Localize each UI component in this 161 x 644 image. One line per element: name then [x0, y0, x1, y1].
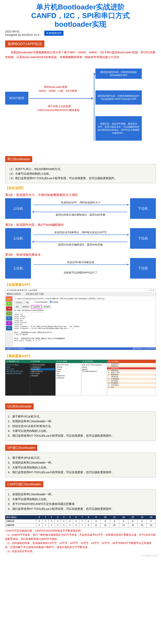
step3-done: 目标板可以加载到APP运行了: [34, 271, 127, 274]
step2-send: 发送同步信号$来同步，同时每次发送224字节: [34, 231, 127, 234]
canfd-p4: 4、我们这里使用H7-TOOL的Lua小程序实现，可以在线更新，也可以脱机更新固…: [8, 506, 153, 511]
autowrap-check[interactable]: 打印文本自动换行: [33, 301, 48, 304]
user-media-label: USB/CAN/232/485/SPI/I2C/网络更新: [37, 108, 80, 112]
uart-point-3: （3）我们这里使用H7-TOOL的Lua小程序实现，可以在线更新，也可以脱机更新…: [8, 176, 153, 180]
step3-send: 发送信号#表示传输完成: [34, 260, 127, 264]
step2-title: 第2步：发送固件内容，执行Flash编程操作: [5, 223, 156, 227]
file-mgr-button[interactable]: 文件管理: [42, 305, 51, 308]
meta-author: Designed by eric2013 V1.0: [5, 33, 39, 36]
device-box-3: 下位机: [130, 258, 156, 278]
final-0: CANFD不定长接收问题，CANFD/CAN支持的收发字节数是固定的:: [5, 528, 156, 533]
device-box-2: 下位机: [130, 228, 156, 249]
host-box-3: 上位机: [5, 258, 31, 278]
log-header: H7-TOOL 串口单机bootLoader程序更新 -------------…: [14, 310, 154, 314]
offline-screenshot: 01 联机模式 # 01 2022-07-01 星期五 02:36 PAC:0.…: [5, 360, 156, 396]
window-controls[interactable]: — ☐ ✕: [148, 289, 154, 292]
step2-recv: 返回0x30表示编程成功，返回0x60失败: [34, 243, 127, 246]
download-button[interactable]: 下载: [24, 301, 30, 304]
menu-items[interactable]: 帮助(H) 工具栏(T): [7, 293, 21, 295]
i2c-p2: 2、实现协议和串口bootloader一样。: [8, 419, 153, 424]
save-lua-button[interactable]: 保持到lua: [21, 305, 31, 308]
section-uart: 串口Bootloader: [5, 156, 32, 162]
arrow-main: [30, 98, 92, 99]
window-title: H7-TOOL串口助手加工具 - Lua小程序: [7, 289, 37, 292]
video-badge: 本期视频说明: [44, 31, 63, 36]
clear-button[interactable]: 清空: [14, 305, 20, 308]
spi-p2: 2、实现协议和串口bootloader一样。: [8, 460, 153, 465]
section-i2c: I2C的bootloader: [5, 404, 34, 410]
boot-program-box: BOOT程序: [5, 92, 28, 104]
canfd-info-box: 1、实现协议和串口bootloader一样。 2、大家可以使用自制的上位机。 3…: [5, 489, 156, 514]
off-c1-hdr: 01 联机模式 # 01: [5, 360, 30, 363]
user-update-label: 用户自制上位机更新: [48, 104, 71, 108]
i2c-icon[interactable]: I2C: [6, 316, 12, 320]
tool-sidebar: Lua JRF CAN ⍼ I2C RTT SCR: [5, 296, 13, 347]
i2c-p1: 1、基于硬件I2C从机方式。: [8, 414, 153, 419]
sys-media-label: NAND，eMMC，U盘，SD卡更新: [39, 89, 77, 92]
watermark: CSDN @硬汉eric2013: [0, 553, 161, 558]
status-right: 新版下载 版本 V2.1.8 (2022-05-08): [133, 348, 155, 350]
uart-point-2: （2）大家可以使用自制的上位机。: [8, 172, 153, 176]
ext-item-2[interactable]: 2 USB虚拟串口: [31, 366, 55, 368]
ip-field[interactable]: 192.168.1.108 -> 326: [25, 293, 44, 295]
lua-transfer-button[interactable]: Lua文件传: [31, 305, 41, 308]
off-c2-hdr: 02 扩展功能: [30, 360, 55, 363]
jiff-icon[interactable]: JRF: [6, 302, 12, 306]
ext-item-3[interactable]: 3 LUA小程序: [31, 368, 55, 370]
host-box-2: 上位机: [5, 228, 31, 249]
sniffer-icon[interactable]: ⍼: [6, 311, 12, 316]
spi-p3: 3、大家可以使用自制的上位机。: [8, 465, 153, 470]
section-canfd: CANFD接口bootloader: [5, 481, 43, 487]
h7tool-screenshot: H7-TOOL串口助手加工具 - Lua小程序 — ☐ ✕ 帮助(H) 工具栏(…: [5, 288, 156, 350]
uart-info-box: （1）支持TTL串口，RS232和RS485方式。 （2）大家可以使用自制的上位…: [5, 164, 156, 183]
vertical-connector: [94, 74, 94, 141]
host-box-1: 上位机: [5, 198, 31, 219]
final-1: （1）比如64字节收发，我们一般的做法都是固定为64字节发送，不足的话凑齐64字…: [5, 533, 156, 541]
target-sram-box: 跳转到内部SRAM，外部SRAM或者SDRAM运行APP: [95, 68, 142, 79]
canfd-p3: 3、关于STM32H7的CANFD不定长接收问题注意事项: [8, 502, 153, 506]
dlc-table: DLC (Dec)0123456789101112131415 CAN 2.00…: [5, 515, 156, 527]
title-line-2: CANFD，I2C，SPI和串口方式: [5, 11, 156, 20]
off-c4-hdr: 04 文件浏览器: [81, 360, 107, 363]
ext-item-6[interactable]: 6 系统设置: [31, 375, 55, 377]
off-c5-hdr: 05 Lua小程序: [107, 360, 156, 363]
file-path[interactable]: C:\Users\51246\Desktop\h7toolPC_release\…: [14, 297, 154, 300]
off-c3-body[interactable]: 目录: 0:/H7-TOOL .. ACM.log Current Fonts …: [56, 363, 81, 396]
off-c1-body: 2022-07-01 星期五 02:36 PAC:0.00W Q轴 U轴 V轴 …: [5, 363, 30, 396]
off-c2-body: 1 CMS/5-DAP仿真器 2 USB虚拟串口 3 LUA小程序 4 模拟信号…: [30, 363, 55, 396]
step1-title: 第1步：发送固件大小，方便目标板擦除相应大小扇区: [5, 193, 156, 197]
off-c4-body[interactable]: 目录: 0:/H7-TOOL/Lua/串口b.. app.bin app.hex…: [81, 363, 107, 396]
step3-title: 第3步：发送传输结束命令: [5, 252, 156, 257]
spi-info-box: 1、基于硬件SPI从机方式。 2、实现协议和串口bootloader一样。 3、…: [5, 453, 156, 478]
section-spi: SPI接口bootloader: [5, 445, 37, 451]
step1-recv: 返回0x30表示扇区擦除成功，返回0x60失败: [34, 213, 127, 216]
intro-paragraph: 前面的bootloader专题视频教程已经分享了基于WiFi，NAND，eMMC…: [5, 50, 156, 60]
sys-update-label: 系统BootLoader更新: [44, 85, 67, 89]
autoscroll-check[interactable]: 自动滚屏: [50, 301, 58, 304]
canfd-p1: 1、实现协议和串口bootloader一样。: [8, 492, 153, 497]
spi-p4: 4、我们这里使用H7-TOOL的Lua小程序实现，可以在线更新，也可以脱机更新固…: [8, 470, 153, 475]
i2c-info-box: 1、基于硬件I2C从机方式。 2、实现协议和串口bootloader一样。 3、…: [5, 412, 156, 441]
lua-icon[interactable]: Lua: [6, 297, 12, 301]
off-c3-hdr: 03 文件浏览器: [56, 360, 81, 363]
lua-list[interactable]: 1起始读固件A …2读取固件写…3获取固件的…4设置波特率…5检查出厂更新…6配…: [107, 363, 156, 396]
canfd-notes: CANFD不定长接收问题，CANFD/CAN支持的收发字节数是固定的: （1）比…: [5, 528, 156, 553]
title-line-1: 单片机Bootloader实战进阶: [5, 2, 156, 11]
rtt-icon[interactable]: RTT: [6, 321, 12, 326]
protocol-section: 【协议说明】: [5, 186, 156, 190]
target-advanced-box: 高级玩法，动态APP加载，类似安卓APP，应用与地址无关，可以加载到任何执行程序…: [95, 116, 142, 141]
scr-icon[interactable]: SCR: [6, 326, 12, 330]
flow-diagram: BOOT程序 系统BootLoader更新 NAND，eMMC，U盘，SD卡更新…: [5, 62, 156, 152]
i2c-p4: 4、大家可以使用自制的上位机。: [8, 428, 153, 433]
can-icon[interactable]: CAN: [6, 306, 12, 311]
ext-item-1[interactable]: 1 CMS/5-DAP仿真器: [31, 364, 55, 366]
step1-send: 发送同步信号*，同时发送固件大小: [34, 201, 127, 204]
uart-point-1: （1）支持TTL串口，RS232和RS485方式。: [8, 167, 153, 171]
final-3: （3）发送亦是非常好用。: [5, 549, 156, 553]
ext-item-5[interactable]: 5 RTT Viewer: [31, 372, 55, 375]
status-left: 连接正常 ① 0.0.0.0 联机成功: [6, 348, 25, 350]
device-box-1: 下位机: [130, 198, 156, 219]
title-line-3: bootloader实现: [5, 20, 156, 28]
ext-item-4[interactable]: 4 模拟信号发生器: [31, 370, 55, 372]
open-file-button[interactable]: 打开文件: [14, 301, 23, 304]
